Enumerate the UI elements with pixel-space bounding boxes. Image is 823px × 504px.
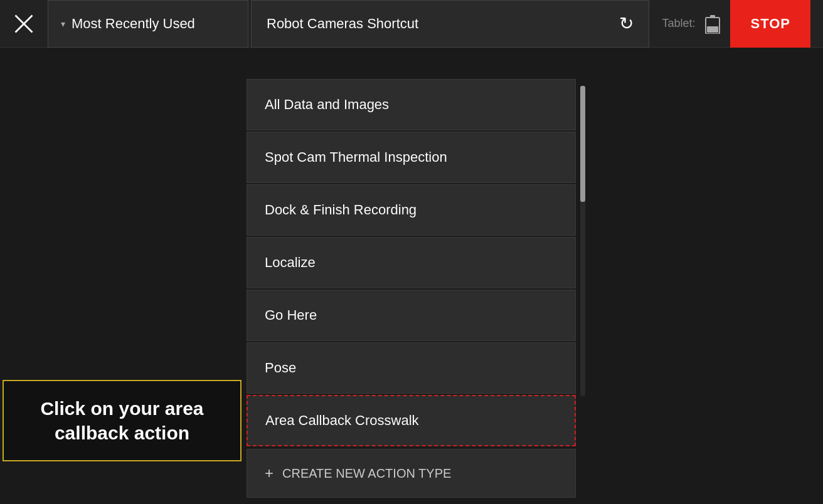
list-item-dock-finish[interactable]: Dock & Finish Recording bbox=[247, 184, 576, 236]
svg-rect-4 bbox=[707, 26, 718, 33]
recently-used-tab[interactable]: ▾ Most Recently Used bbox=[48, 0, 248, 48]
robot-cameras-tab[interactable]: Robot Cameras Shortcut ↻ bbox=[251, 0, 649, 48]
battery-svg bbox=[704, 14, 721, 34]
close-icon bbox=[13, 13, 35, 35]
action-list-panel: All Data and Images Spot Cam Thermal Ins… bbox=[247, 79, 576, 498]
plus-icon: + bbox=[265, 465, 273, 482]
tooltip-box: Click on your area callback action bbox=[3, 380, 242, 461]
svg-rect-3 bbox=[710, 15, 715, 18]
robot-cameras-label: Robot Cameras Shortcut bbox=[267, 16, 418, 32]
header: ▾ Most Recently Used Robot Cameras Short… bbox=[0, 0, 823, 48]
list-item-area-callback[interactable]: Area Callback Crosswalk bbox=[247, 395, 576, 446]
recently-used-label: Most Recently Used bbox=[72, 16, 195, 32]
tablet-label: Tablet: bbox=[662, 17, 695, 30]
list-item-pose[interactable]: Pose bbox=[247, 342, 576, 394]
header-right: Tablet: STOP bbox=[649, 0, 823, 48]
main-content: All Data and Images Spot Cam Thermal Ins… bbox=[0, 48, 823, 504]
scrollbar-track bbox=[580, 86, 585, 396]
tooltip-text: Click on your area callback action bbox=[21, 396, 223, 445]
refresh-icon[interactable]: ↻ bbox=[619, 13, 634, 34]
stop-button[interactable]: STOP bbox=[730, 0, 810, 48]
dropdown-arrow-icon: ▾ bbox=[61, 19, 65, 29]
close-button[interactable] bbox=[0, 0, 48, 48]
list-item-localize[interactable]: Localize bbox=[247, 237, 576, 288]
battery-icon bbox=[703, 14, 723, 34]
create-new-label: CREATE NEW ACTION TYPE bbox=[282, 466, 451, 481]
list-item-spot-cam[interactable]: Spot Cam Thermal Inspection bbox=[247, 132, 576, 183]
create-new-action-button[interactable]: + CREATE NEW ACTION TYPE bbox=[247, 449, 576, 498]
scrollbar-thumb[interactable] bbox=[580, 86, 585, 202]
list-item-go-here[interactable]: Go Here bbox=[247, 290, 576, 341]
list-item-all-data[interactable]: All Data and Images bbox=[247, 79, 576, 130]
